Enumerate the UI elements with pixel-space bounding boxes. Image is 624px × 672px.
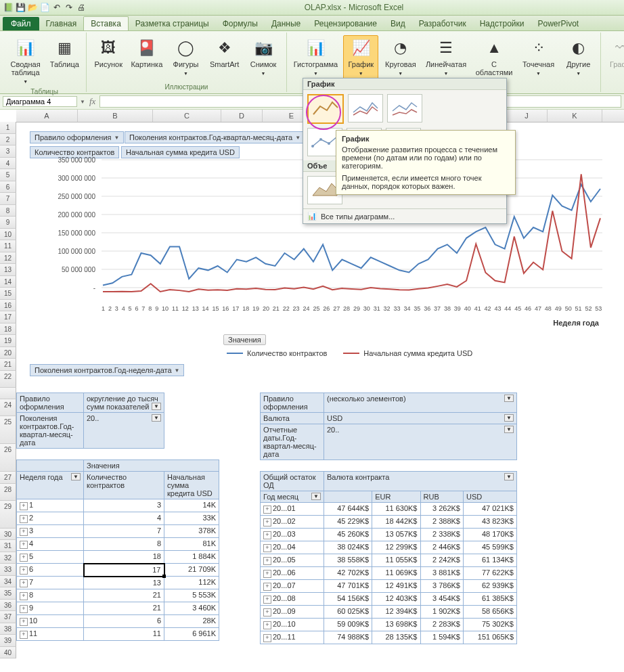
gallery-section-line: График [303,79,506,90]
row-header[interactable]: 15 [0,288,16,300]
window-title: OLAP.xlsx - Microsoft Excel [87,3,621,12]
row-header[interactable]: 10 [0,229,16,241]
tab-review[interactable]: Рецензирование [307,17,384,30]
row-header[interactable]: 16 [0,300,16,312]
all-chart-types[interactable]: 📊 Все типы диаграмм... [303,208,506,223]
excel-icon: 📗 [3,2,14,13]
col-header-A[interactable]: A [16,110,78,122]
col-header-C[interactable]: C [153,110,221,122]
ribbon-круговая[interactable]: ◔Круговая ▼ [381,35,420,80]
row-header[interactable]: 6 [0,181,16,194]
ribbon-таблица[interactable]: ▦Таблица [47,35,82,70]
ribbon-снимок[interactable]: 📷Снимок ▼ [245,35,282,80]
row-header[interactable] [0,388,16,400]
row-header[interactable]: 37 [0,611,16,623]
row-header[interactable]: 35 [0,587,16,600]
tab-powerpivot[interactable]: PowerPivot [531,17,585,30]
row-header[interactable]: 29 [0,501,16,529]
row-header[interactable]: 31 [0,540,16,552]
row-header[interactable]: 33 [0,564,16,576]
ribbon-картинка[interactable]: 🎴Картинка [129,35,164,70]
ribbon-рисунок[interactable]: 🖼Рисунок [91,35,126,70]
tab-view[interactable]: Вид [384,17,412,30]
ribbon-график[interactable]: 📈График ▼ [343,35,378,80]
row-header[interactable]: 14 [0,276,16,288]
ribbon-гистограмма[interactable]: 📊Гистограмма ▼ [291,35,341,80]
chart-y-axis: 350 000 000300 000 000250 000 000200 000… [51,156,98,305]
values-button[interactable]: Значения [223,334,266,345]
tab-insert[interactable]: Вставка [83,16,129,30]
ribbon-точечная[interactable]: ⁘Точечная ▼ [518,35,558,80]
tab-dev[interactable]: Разработчик [412,17,473,30]
chart-x-axis: 1234567891011121314151617181920212223242… [102,305,602,312]
col-header-J[interactable]: J [506,110,548,122]
col-header-D[interactable]: D [221,110,263,122]
redo-icon[interactable]: ↷ [64,2,74,13]
chart-type-stacked-line[interactable] [348,94,383,122]
tab-layout[interactable]: Разметка страницы [129,17,216,30]
new-icon[interactable]: 📄 [39,2,50,13]
row-header[interactable]: 21 [0,359,16,371]
ribbon-другие[interactable]: ◐Другие ▼ [561,35,596,80]
row-header[interactable]: 38 [0,623,16,635]
namebox-dropdown-icon[interactable]: ▼ [80,99,85,105]
pivot-table-right[interactable]: Правило оформления(несколько элементов) … [260,393,517,644]
row-header[interactable]: 40 [0,647,16,659]
filter-week[interactable]: Поколения контрактов.Год-неделя-дата▼ [30,364,184,376]
row-header[interactable]: 7 [0,193,16,205]
print-icon[interactable]: 🖨 [76,2,87,13]
chart-type-line[interactable] [307,94,344,124]
row-header[interactable]: 24 [0,399,16,416]
row-header[interactable]: 22 [0,371,16,388]
filter-rule[interactable]: Правило оформления▼ [30,131,124,143]
ribbon-линейчатая[interactable]: ☰Линейчатая ▼ [422,35,469,80]
fx-icon[interactable]: fx [85,96,99,107]
chart-types-icon: 📊 [307,212,317,221]
row-header[interactable]: 3 [0,145,16,158]
row-header[interactable]: 26 [0,444,16,472]
row-header[interactable]: 25 [0,416,16,444]
row-header[interactable]: 17 [0,311,16,323]
ribbon-сводная-таблица[interactable]: 📊Своднаятаблица ▼ [7,35,44,88]
row-header[interactable]: 1 [0,122,16,134]
tab-addins[interactable]: Надстройки [473,17,531,30]
tab-file[interactable]: Файл [3,17,39,30]
undo-icon[interactable]: ↶ [51,2,62,13]
col-header-B[interactable]: B [78,110,153,122]
row-header[interactable]: 9 [0,217,16,229]
row-header[interactable]: 30 [0,529,16,541]
row-header[interactable]: 32 [0,552,16,564]
quick-access-toolbar: 📗 💾 📂 📄 ↶ ↷ 🖨 [3,2,87,13]
ribbon-smartart[interactable]: ❖SmartArt [207,35,242,70]
row-header[interactable]: 12 [0,252,16,265]
row-header[interactable]: 8 [0,205,16,217]
row-header[interactable]: 19 [0,335,16,347]
save-icon[interactable]: 💾 [15,2,26,13]
row-header[interactable]: 4 [0,158,16,170]
tab-formulas[interactable]: Формулы [216,17,265,30]
row-header[interactable]: 13 [0,264,16,276]
name-box[interactable] [3,96,77,107]
ribbon-график: 〰График [605,35,624,70]
row-header[interactable]: 28 [0,484,16,501]
ribbon-tabs: Файл Главная Вставка Разметка страницы Ф… [0,16,624,31]
chart-type-100-stacked-line[interactable] [387,94,422,122]
row-header[interactable]: 39 [0,635,16,647]
filter-generations[interactable]: Поколения контрактов.Год-квартал-месяц-д… [125,131,305,143]
row-header[interactable]: 20 [0,347,16,359]
svg-point-10 [328,142,330,145]
row-header[interactable]: 34 [0,576,16,588]
row-header[interactable]: 18 [0,323,16,336]
pivot-table-left[interactable]: Правило оформленияокругление до тысяч су… [16,393,219,641]
ribbon-фигуры[interactable]: ◯Фигуры ▼ [167,35,204,80]
title-bar: 📗 💾 📂 📄 ↶ ↷ 🖨 OLAP.xlsx - Microsoft Exce… [0,0,624,16]
open-icon[interactable]: 📂 [27,2,38,13]
col-header-K[interactable]: K [548,110,602,122]
tab-home[interactable]: Главная [39,17,84,30]
row-header[interactable]: 36 [0,600,16,612]
row-header[interactable]: 5 [0,169,16,181]
row-header[interactable]: 2 [0,134,16,146]
row-header[interactable]: 11 [0,240,16,252]
row-header[interactable]: 27 [0,472,16,484]
tab-data[interactable]: Данные [265,17,307,30]
